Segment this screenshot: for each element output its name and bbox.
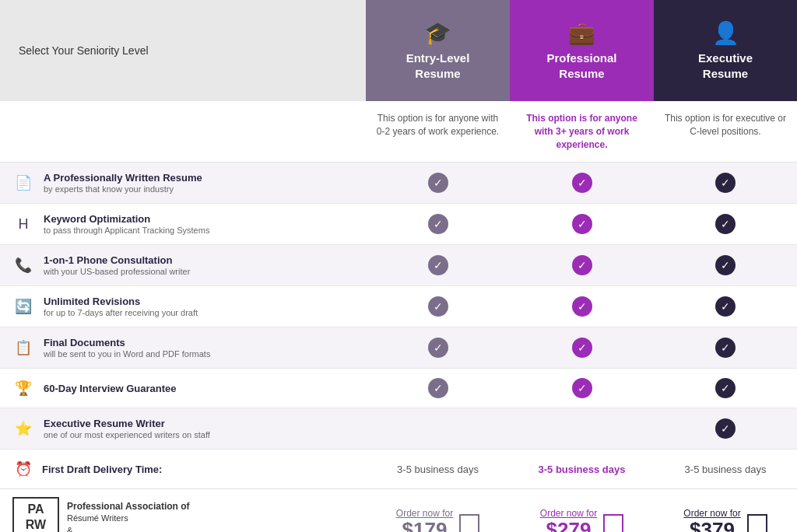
checkmark-entry-5: ✓: [428, 378, 448, 398]
order-row: PARWCC Professional Association of Résum…: [0, 489, 797, 532]
checkmark-professional-0: ✓: [572, 173, 592, 193]
checkmark-executive-1: ✓: [715, 214, 736, 234]
description-row: This option is for anyone with 0-2 years…: [0, 101, 797, 163]
header-row: Select Your Seniority Level 🎓 Entry-Leve…: [0, 0, 797, 101]
entry-icon: 🎓: [424, 20, 451, 46]
check-col-professional-0: ✓: [510, 163, 654, 202]
check-col-executive-0: ✓: [654, 163, 797, 202]
feature-label-3: 🔄Unlimited Revisionsfor up to 7-days aft…: [0, 286, 366, 327]
checkmark-entry-1: ✓: [428, 214, 448, 234]
feature-icon-4: 📋: [12, 339, 34, 356]
feature-sub-1: to pass through Applicant Tracking Syste…: [44, 226, 209, 235]
order-price-entry[interactable]: $179: [396, 519, 453, 532]
feature-icon-6: ⭐: [12, 420, 34, 437]
header-col-entry[interactable]: 🎓 Entry-LevelResume: [366, 0, 510, 101]
check-col-entry-2: ✓: [366, 246, 510, 285]
feature-row-4: 📋Final Documentswill be sent to you in W…: [0, 327, 797, 369]
executive-title: ExecutiveResume: [698, 51, 753, 81]
check-col-entry-5: ✓: [366, 369, 510, 408]
check-col-executive-6: ✓: [654, 409, 797, 448]
check-col-executive-5: ✓: [654, 369, 797, 408]
checkmark-entry-4: ✓: [428, 338, 448, 358]
professional-icon: 💼: [568, 20, 595, 46]
executive-icon: 👤: [712, 20, 739, 46]
feature-sub-2: with your US-based professional writer: [44, 267, 190, 276]
checkmark-executive-0: ✓: [715, 173, 736, 193]
checkmark-professional-3: ✓: [572, 296, 592, 317]
feature-main-4: Final Documents: [44, 337, 210, 348]
main-container: Select Your Seniority Level 🎓 Entry-Leve…: [0, 0, 797, 532]
check-col-executive-3: ✓: [654, 287, 797, 326]
feature-main-3: Unlimited Revisions: [44, 296, 198, 307]
logo-text: Professional Association of Résumé Write…: [67, 500, 190, 532]
delivery-label-cell: ⏰ First Draft Delivery Time:: [0, 450, 366, 488]
check-col-entry-1: ✓: [366, 205, 510, 243]
delivery-icon: ⏰: [12, 460, 34, 478]
order-checkbox-entry[interactable]: [459, 514, 479, 532]
checkmark-professional-4: ✓: [572, 338, 592, 358]
order-col-entry: Order now for $179: [366, 500, 510, 532]
logo-abbrev: PARWCC: [12, 497, 59, 532]
checkmark-executive-4: ✓: [715, 338, 736, 358]
order-checkbox-executive[interactable]: [747, 514, 767, 532]
order-link-professional[interactable]: Order now for: [540, 508, 597, 519]
feature-icon-1: H: [12, 216, 34, 233]
feature-row-5: 🏆60-Day Interview Guarantee✓✓✓: [0, 369, 797, 408]
feature-main-2: 1-on-1 Phone Consultation: [44, 254, 190, 266]
check-col-professional-1: ✓: [510, 205, 654, 243]
delivery-col-executive: 3-5 business days: [654, 453, 797, 486]
feature-row-3: 🔄Unlimited Revisionsfor up to 7-days aft…: [0, 286, 797, 327]
feature-icon-5: 🏆: [12, 380, 34, 397]
feature-sub-6: one of our most experienced writers on s…: [44, 430, 210, 439]
order-link-executive[interactable]: Order now for: [683, 508, 740, 519]
feature-label-2: 📞1-on-1 Phone Consultationwith your US-b…: [0, 245, 366, 285]
order-price-professional[interactable]: $279: [540, 519, 597, 532]
feature-main-5: 60-Day Interview Guarantee: [44, 383, 177, 394]
checkmark-executive-3: ✓: [715, 296, 736, 317]
desc-col-executive: This option is for executive or C-level …: [654, 101, 797, 162]
feature-row-1: HKeyword Optimizationto pass through App…: [0, 204, 797, 245]
delivery-row: ⏰ First Draft Delivery Time: 3-5 busines…: [0, 450, 797, 489]
feature-sub-3: for up to 7-days after receiving your dr…: [44, 308, 198, 317]
desc-label-cell: [0, 101, 366, 162]
checkmark-executive-5: ✓: [715, 378, 736, 398]
checkmark-entry-3: ✓: [428, 296, 448, 317]
check-col-professional-2: ✓: [510, 246, 654, 285]
check-col-entry-3: ✓: [366, 287, 510, 326]
feature-icon-3: 🔄: [12, 298, 34, 315]
delivery-col-entry: 3-5 business days: [366, 453, 510, 486]
feature-icon-2: 📞: [12, 257, 34, 274]
feature-label-4: 📋Final Documentswill be sent to you in W…: [0, 327, 366, 368]
header-col-professional[interactable]: 💼 ProfessionalResume: [510, 0, 654, 101]
delivery-label: First Draft Delivery Time:: [42, 464, 162, 475]
order-price-executive[interactable]: $379: [683, 519, 740, 532]
checkmark-executive-6: ✓: [715, 418, 736, 439]
feature-sub-0: by experts that know your industry: [44, 184, 202, 194]
order-checkbox-professional[interactable]: [603, 514, 623, 532]
order-logo-cell: PARWCC Professional Association of Résum…: [0, 489, 366, 532]
checkmark-professional-1: ✓: [572, 214, 592, 234]
order-col-executive: Order now for $379: [654, 500, 797, 532]
feature-row-2: 📞1-on-1 Phone Consultationwith your US-b…: [0, 245, 797, 286]
seniority-label: Select Your Seniority Level: [19, 44, 149, 57]
order-text-entry: Order now for $179: [396, 508, 453, 532]
desc-col-entry: This option is for anyone with 0-2 years…: [366, 101, 510, 162]
feature-label-1: HKeyword Optimizationto pass through App…: [0, 204, 366, 244]
check-col-professional-3: ✓: [510, 287, 654, 326]
check-col-entry-4: ✓: [366, 328, 510, 367]
order-text-professional: Order now for $279: [540, 508, 597, 532]
checkmark-entry-0: ✓: [428, 173, 448, 193]
feature-main-1: Keyword Optimization: [44, 213, 209, 225]
header-label-cell: Select Your Seniority Level: [0, 0, 366, 101]
header-col-executive[interactable]: 👤 ExecutiveResume: [654, 0, 797, 101]
entry-title: Entry-LevelResume: [406, 51, 470, 81]
checkmark-entry-2: ✓: [428, 255, 448, 275]
feature-main-0: A Professionally Written Resume: [44, 172, 202, 184]
check-col-entry-0: ✓: [366, 163, 510, 202]
order-link-entry[interactable]: Order now for: [396, 508, 453, 519]
feature-row-6: ⭐Executive Resume Writerone of our most …: [0, 408, 797, 450]
feature-label-6: ⭐Executive Resume Writerone of our most …: [0, 408, 366, 449]
delivery-col-professional: 3-5 business days: [510, 453, 654, 486]
check-col-entry-6: [366, 419, 510, 438]
check-col-executive-4: ✓: [654, 328, 797, 367]
